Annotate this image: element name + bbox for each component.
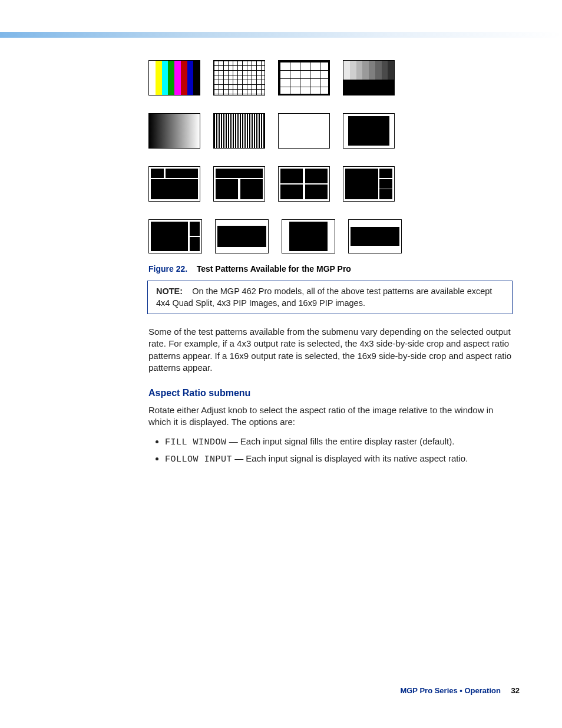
- page: Figure 22. Test Patterns Available for t…: [0, 0, 562, 728]
- options-list: FILL WINDOW — Each input signal fills th…: [148, 434, 508, 467]
- figure-caption: Figure 22. Test Patterns Available for t…: [148, 264, 508, 274]
- section-heading: Aspect Ratio submenu: [148, 388, 508, 398]
- pattern-pip-a: [148, 219, 202, 253]
- pattern-4-3-safe: [343, 113, 395, 149]
- pattern-color-bars: [148, 60, 200, 95]
- pattern-ramp: [148, 113, 200, 149]
- pattern-row: [148, 166, 402, 202]
- test-pattern-grid: [148, 60, 402, 253]
- option-code: FILL WINDOW: [165, 437, 227, 447]
- pattern-alt-lines: [213, 113, 265, 149]
- list-item: FILL WINDOW — Each input signal fills th…: [165, 434, 508, 449]
- pattern-pip-b: [215, 219, 269, 253]
- pattern-grayscale: [343, 60, 395, 95]
- pattern-pip-c: [282, 219, 335, 253]
- pattern-layout-b: [213, 166, 265, 202]
- note-label: NOTE:: [156, 286, 183, 296]
- pattern-row: [148, 60, 402, 95]
- page-footer: MGP Pro Series • Operation 32: [400, 686, 520, 695]
- header-gradient: [0, 32, 562, 38]
- pattern-row: [148, 113, 402, 149]
- page-number: 32: [511, 686, 520, 695]
- note-box: NOTE: On the MGP 462 Pro models, all of …: [147, 281, 513, 314]
- list-item: FOLLOW INPUT — Each input signal is disp…: [165, 452, 508, 466]
- pattern-layout-c: [278, 166, 330, 202]
- note-text: On the MGP 462 Pro models, all of the ab…: [156, 286, 492, 308]
- option-desc: — Each input signal is displayed with it…: [232, 453, 468, 463]
- pattern-crosshatch-coarse: [278, 60, 330, 95]
- paragraph: Rotate either Adjust knob to select the …: [148, 404, 517, 429]
- pattern-pip-d: [348, 219, 402, 253]
- content-area: Figure 22. Test Patterns Available for t…: [148, 60, 508, 469]
- option-desc: — Each input signal fills the entire dis…: [227, 436, 455, 446]
- pattern-crosshatch-fine: [213, 60, 265, 95]
- pattern-layout-a: [148, 166, 200, 202]
- figure-caption-text: Test Patterns Available for the MGP Pro: [197, 264, 351, 274]
- pattern-white-field: [278, 113, 330, 149]
- option-code: FOLLOW INPUT: [165, 454, 232, 465]
- color-bars-icon: [149, 61, 200, 95]
- footer-text: MGP Pro Series • Operation: [400, 686, 500, 695]
- figure-label: Figure 22.: [148, 264, 187, 274]
- paragraph: Some of the test patterns available from…: [148, 326, 517, 374]
- pattern-row: [148, 219, 402, 253]
- pattern-layout-d: [343, 166, 395, 202]
